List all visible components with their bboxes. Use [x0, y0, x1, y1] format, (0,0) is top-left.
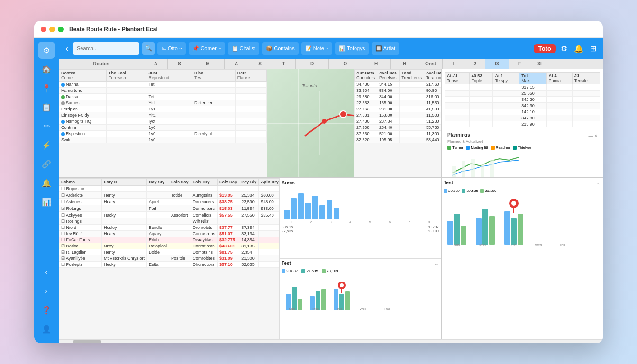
sidebar-icon-list[interactable]: 📋 — [38, 99, 55, 116]
col-header-routes: Routes — [59, 59, 144, 69]
svg-rect-40 — [489, 216, 495, 245]
test-right-toggle[interactable]: ～ — [596, 181, 601, 187]
horizontal-scrollbar[interactable] — [59, 339, 603, 343]
tofogys-button[interactable]: 📊 Tofogys — [335, 42, 369, 55]
artlat-button[interactable]: 🔲 Artlat — [372, 42, 399, 55]
svg-text:Wed: Wed — [535, 243, 542, 246]
legend-val3: 23,109 — [485, 189, 496, 193]
sidebar-icon-settings[interactable]: ⚙ — [38, 42, 55, 59]
sidebar-icon-help[interactable]: ❓ — [38, 301, 55, 318]
plannings-line-chart — [447, 152, 597, 178]
th-foty: Foty OI — [102, 179, 147, 186]
sidebar-icon-home[interactable]: 🏠 — [38, 61, 55, 78]
legend-moding: Moding litt — [471, 146, 488, 150]
map-area: Tsironto — [267, 69, 354, 177]
table-row: 342.30 — [445, 103, 600, 109]
table-row: Rspestion 1y0Diserlytol — [59, 131, 267, 137]
x-label: 7 — [409, 220, 410, 224]
table-row: ☑ NaricaNnsyRatoploolDonratioms$438.0131… — [59, 243, 280, 249]
bell-icon[interactable]: 🔔 — [572, 44, 585, 53]
right-stats-table: At-AtTorise 40 53Triple At 1Terspy TotMa… — [445, 72, 600, 127]
chalist-button[interactable]: 📋 Chalist — [228, 42, 260, 55]
scroll-thumb[interactable] — [73, 340, 101, 343]
x-label: 3 — [330, 220, 332, 224]
bottom-val: 27,535 — [282, 229, 293, 233]
table-row: ☐ AsteriesHearyAprelDirnecicers$38.7523,… — [59, 199, 280, 205]
stats-columns: Aut-CatsCormitors Avel Cat.Pecelsos Tood… — [354, 69, 441, 177]
main-content: ‹ 🔍 🏷 Otto ~ 📌 Corner ~ 📋 Chalist 📦 Cont… — [59, 38, 603, 343]
bottom-section: Fchms Foty OI Day Sty Fals Say Foly Dry … — [59, 178, 441, 339]
test-bar-chart: Sun Mon Tue Wed Thu — [282, 275, 439, 310]
svg-rect-36 — [454, 214, 460, 245]
note-menu[interactable]: 📝 Note ~ — [301, 42, 333, 55]
table-row: 34,430344.15217.60 — [355, 82, 441, 88]
legend-label: 27,535 — [306, 269, 318, 273]
table-row: Narina Tetl — [59, 82, 267, 88]
sidebar-icon-bell[interactable]: 🔔 — [38, 174, 55, 191]
svg-rect-31 — [462, 161, 465, 178]
table-row: ☐ FoCar FoetsErlohDisrayblas$32.77514,35… — [59, 237, 280, 243]
table-row: 27,430237.8431,230 — [355, 118, 441, 125]
otto-menu[interactable]: 🏷 Otto ~ — [157, 42, 186, 55]
sidebar-icon-location[interactable]: 📍 — [38, 80, 55, 97]
table-row: 142.10 — [445, 109, 600, 115]
th-foly: Foly Say — [218, 179, 239, 186]
test-right-title: Test — [444, 180, 453, 185]
th-fchms: Fchms — [59, 179, 102, 186]
table-row: Swifr 1y0 — [59, 137, 267, 143]
th-router: RostecCome — [59, 70, 107, 82]
sidebar-icon-chart[interactable]: 📊 — [38, 193, 55, 210]
corner-menu[interactable]: 📌 Corner ~ — [189, 42, 225, 55]
sidebar-icon-bolt[interactable]: ⚡ — [38, 136, 55, 154]
legend-thielver: Thielver — [518, 146, 531, 150]
table-row: Hamurtone — [59, 88, 267, 94]
svg-point-0 — [322, 119, 327, 124]
svg-text:Tue: Tue — [337, 307, 342, 310]
sidebar-icon-user[interactable]: 👤 — [38, 320, 55, 337]
grid-icon[interactable]: ⊞ — [588, 44, 598, 53]
svg-text:Tue: Tue — [511, 243, 517, 246]
col-header-h2: H — [391, 59, 419, 69]
svg-text:Sun: Sun — [454, 243, 460, 246]
svg-text:Mon: Mon — [312, 307, 319, 310]
th-hetr: HetrFlanke — [235, 70, 266, 82]
col-header-i2: I2 — [464, 59, 485, 69]
test-chart-toggle[interactable]: ～ — [434, 261, 439, 268]
stats-table: Aut-CatsCormitors Avel Cat.Pecelsos Tood… — [354, 69, 441, 143]
col-header-s: S — [168, 59, 191, 69]
sidebar-icon-collapse[interactable]: ‹ — [38, 264, 55, 281]
col-header-s2: S — [248, 59, 272, 69]
search-input[interactable] — [73, 42, 139, 55]
table-row: Nsmog'ts HQ Iyct — [59, 118, 267, 125]
sidebar-icon-edit[interactable]: ✏ — [38, 118, 55, 135]
test-chart-section: Test ～ 20,837 27,535 — [280, 259, 441, 339]
back-button[interactable]: ‹ — [64, 44, 70, 54]
plannings-controls[interactable]: — × — [588, 133, 597, 138]
settings-icon[interactable]: ⚙ — [559, 44, 569, 53]
legend-val1: 20,837 — [448, 189, 460, 193]
x-label: 1 — [291, 220, 292, 224]
minimize-button[interactable] — [49, 27, 55, 32]
svg-rect-9 — [312, 196, 318, 219]
contains-button[interactable]: 📦 Contains — [262, 42, 298, 55]
sidebar-icon-link[interactable]: 🔗 — [38, 155, 55, 173]
x-label: 2 — [310, 220, 312, 224]
table-row: ☐ NiordHesleyBundleDronrobits$37.7737,35… — [59, 225, 280, 231]
th-day: Day Sty — [147, 179, 169, 186]
close-button[interactable] — [41, 27, 46, 32]
legend-label: 20,837 — [286, 269, 298, 273]
search-button[interactable]: 🔍 — [142, 42, 155, 55]
window-title: Beate Route Rute - Planbart Ecal — [69, 26, 158, 33]
svg-point-45 — [511, 201, 516, 206]
table-row: 37,560521.0011,300 — [355, 131, 441, 137]
sidebar-icon-expand[interactable]: › — [38, 282, 55, 300]
x-label: 4 — [349, 220, 351, 224]
table-row: ☐ AckyyesHackyAssorlortComelicrs$57.5527… — [59, 212, 280, 218]
toolbar: ‹ 🔍 🏷 Otto ~ 📌 Corner ~ 📋 Chalist 📦 Cont… — [59, 38, 603, 59]
svg-rect-38 — [476, 218, 482, 245]
maximize-button[interactable] — [58, 27, 64, 32]
svg-rect-8 — [305, 203, 311, 219]
th-aut-cats: Aut-CatsCormitors — [355, 70, 377, 82]
col-header-t: T — [272, 59, 296, 69]
areas-bar-chart — [282, 186, 439, 219]
